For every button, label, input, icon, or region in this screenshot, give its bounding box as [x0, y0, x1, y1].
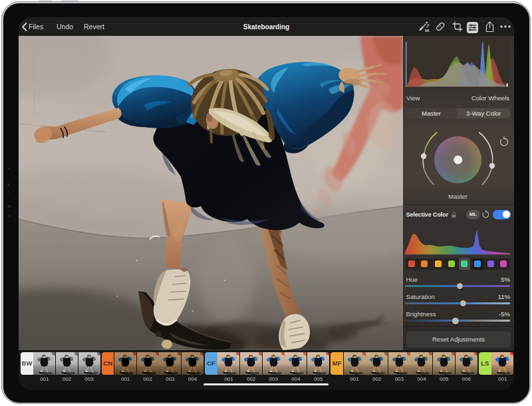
- svg-text:ML: ML: [425, 29, 430, 33]
